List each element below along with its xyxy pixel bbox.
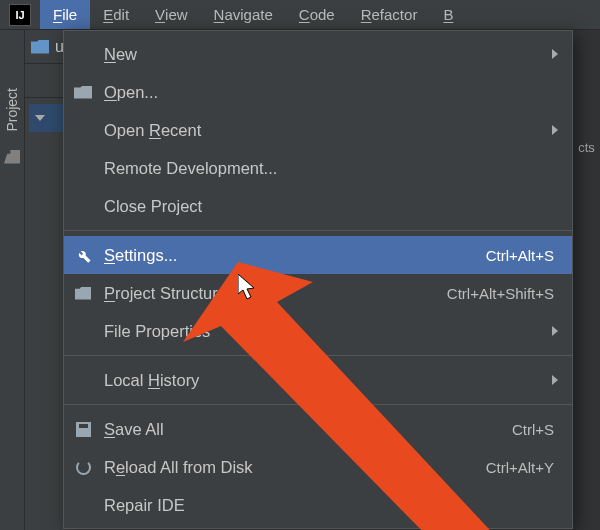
menu-item-label: New <box>104 45 554 64</box>
blank-icon <box>72 371 94 389</box>
left-tool-stripe: Project <box>0 30 25 530</box>
menu-item-reload-all-from-disk[interactable]: Reload All from DiskCtrl+Alt+Y <box>64 448 572 486</box>
struct-icon <box>72 284 94 302</box>
submenu-arrow-icon <box>552 125 558 135</box>
menu-b[interactable]: B <box>430 0 455 29</box>
menu-item-project-structure[interactable]: Project Structure...Ctrl+Alt+Shift+S <box>64 274 572 312</box>
folder-icon <box>72 83 94 101</box>
menu-item-label: Project Structure... <box>104 284 447 303</box>
blank-icon <box>72 159 94 177</box>
submenu-arrow-icon <box>552 49 558 59</box>
menu-item-label: File Properties <box>104 322 554 341</box>
project-tool-tab[interactable]: Project <box>1 80 23 140</box>
menu-navigate[interactable]: Navigate <box>201 0 286 29</box>
menu-item-close-project[interactable]: Close Project <box>64 187 572 225</box>
menu-item-label: Close Project <box>104 197 554 216</box>
menu-code[interactable]: Code <box>286 0 348 29</box>
blank-icon <box>72 197 94 215</box>
menu-item-label: Repair IDE <box>104 496 554 515</box>
blank-icon <box>72 322 94 340</box>
right-gutter: cts <box>572 30 600 530</box>
intellij-icon: IJ <box>9 4 31 26</box>
reload-icon <box>72 458 94 476</box>
menu-edit[interactable]: Edit <box>90 0 142 29</box>
menu-item-open-recent[interactable]: Open Recent <box>64 111 572 149</box>
blank-icon <box>72 45 94 63</box>
menu-item-label: Remote Development... <box>104 159 554 178</box>
menu-item-local-history[interactable]: Local History <box>64 361 572 399</box>
menu-item-repair-ide[interactable]: Repair IDE <box>64 486 572 524</box>
submenu-arrow-icon <box>552 375 558 385</box>
app-logo: IJ <box>0 0 40 30</box>
menu-view[interactable]: View <box>142 0 201 29</box>
menu-item-settings[interactable]: Settings...Ctrl+Alt+S <box>64 236 572 274</box>
menu-item-label: Reload All from Disk <box>104 458 486 477</box>
menu-item-label: Settings... <box>104 246 486 265</box>
menu-separator <box>64 404 572 405</box>
menu-item-remote-development[interactable]: Remote Development... <box>64 149 572 187</box>
file-menu-dropdown: NewOpen...Open RecentRemote Development.… <box>63 30 573 529</box>
blank-icon <box>72 496 94 514</box>
menu-refactor[interactable]: Refactor <box>348 0 431 29</box>
submenu-arrow-icon <box>552 326 558 336</box>
blank-icon <box>72 121 94 139</box>
menu-item-shortcut: Ctrl+Alt+Y <box>486 459 554 476</box>
folder-icon <box>31 40 49 54</box>
menu-item-label: Save All <box>104 420 512 439</box>
chevron-down-icon <box>35 115 45 121</box>
menu-item-open[interactable]: Open... <box>64 73 572 111</box>
menu-item-label: Open Recent <box>104 121 554 140</box>
menu-separator <box>64 230 572 231</box>
project-tool-icon <box>4 150 20 164</box>
menu-item-shortcut: Ctrl+Alt+S <box>486 247 554 264</box>
menu-item-label: Open... <box>104 83 554 102</box>
menu-item-save-all[interactable]: Save AllCtrl+S <box>64 410 572 448</box>
wrench-icon <box>72 246 94 264</box>
menu-item-label: Local History <box>104 371 554 390</box>
menu-item-shortcut: Ctrl+S <box>512 421 554 438</box>
menu-item-file-properties[interactable]: File Properties <box>64 312 572 350</box>
save-icon <box>72 420 94 438</box>
menu-item-shortcut: Ctrl+Alt+Shift+S <box>447 285 554 302</box>
main-menubar: IJ FileEditViewNavigateCodeRefactorB <box>0 0 600 30</box>
right-edge-text-partial: cts <box>578 140 595 155</box>
menu-item-new[interactable]: New <box>64 35 572 73</box>
menu-file[interactable]: File <box>40 0 90 29</box>
menu-separator <box>64 355 572 356</box>
